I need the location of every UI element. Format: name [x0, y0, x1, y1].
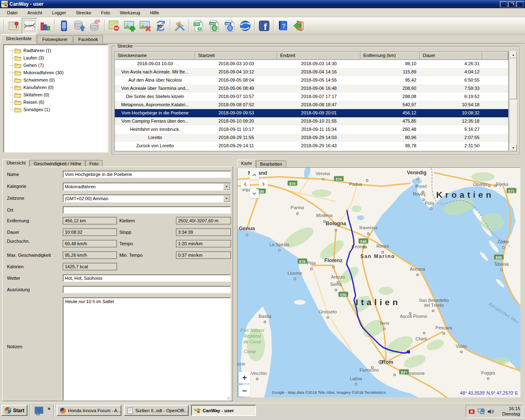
taskbar-task-3[interactable]: CanWay - user — [191, 405, 256, 416]
tree-item-skifahren[interactable]: Skifahren (0) — [7, 91, 107, 98]
scroll-thumb[interactable] — [510, 58, 517, 99]
table-row[interactable]: Auf den Ätna über Nicolosi2018-09-05 08:… — [115, 76, 508, 84]
chevron-down-icon[interactable]: ▼ — [223, 183, 230, 190]
tree-item-reisen[interactable]: Reisen (6) — [7, 98, 107, 106]
tree-item-motorradfahren[interactable]: Motorradfahren (30) — [7, 69, 107, 76]
table-row[interactable]: Von Avola nach Acireale. Mit Be...2018-0… — [115, 68, 508, 76]
ausruestung-field[interactable] — [63, 286, 231, 293]
wetter-field[interactable] — [63, 274, 231, 282]
pan-down-button[interactable] — [250, 189, 259, 198]
network-icon[interactable] — [477, 408, 485, 415]
scroll-track[interactable] — [510, 58, 517, 144]
folder-icon — [14, 92, 21, 98]
volume-icon[interactable] — [487, 408, 494, 415]
taskbar-separator — [30, 405, 31, 418]
kategorie-select[interactable]: Motorradfahren ▼ — [63, 183, 231, 191]
svg-text:del Tronto: del Tronto — [424, 303, 444, 308]
svg-text:Genua: Genua — [239, 226, 256, 231]
chevron-down-icon[interactable]: ▼ — [223, 195, 230, 202]
table-row[interactable]: Vom Hochgebirge in die Poebene2018-09-09… — [115, 109, 508, 117]
quick-launch-overflow[interactable]: » — [48, 406, 50, 411]
pan-right-button[interactable] — [259, 180, 268, 189]
menu-foto[interactable]: Foto — [97, 9, 114, 16]
tree-item-sonstiges[interactable]: Sonstiges (1) — [7, 106, 107, 113]
detail-tab-bar: Übersicht Geschwindigkeit / Höhe Foto — [2, 159, 103, 167]
scroll-up-button[interactable]: ▲ — [510, 51, 517, 58]
taskbar-task-1[interactable]: Honda Innova Forum - A... — [57, 405, 121, 416]
table-scrollbar[interactable]: ▲ ▼ — [509, 51, 517, 151]
tools-icon[interactable] — [172, 18, 187, 34]
photo-remove-icon[interactable] — [137, 18, 153, 34]
menu-datei[interactable]: Datei — [3, 9, 21, 16]
tab-bearbeiten[interactable]: Bearbeiten — [256, 160, 286, 167]
kml-export-icon[interactable]: KML — [222, 18, 237, 34]
table-row[interactable]: Heimfahrt von Innsbruck.2018-09-11 10:17… — [115, 126, 508, 134]
svg-text:E35: E35 — [340, 293, 346, 297]
tab-foto[interactable]: Foto — [85, 160, 103, 167]
tab-facebook[interactable]: Facebook — [73, 35, 103, 43]
table-row[interactable]: Zurück von Loretto2018-09-29 14:112018-0… — [115, 142, 508, 150]
facebook-icon[interactable]: f — [256, 18, 272, 34]
ort-field[interactable] — [63, 206, 231, 214]
menu-werkzeug[interactable]: Werkzeug — [116, 9, 144, 16]
start-button[interactable]: Start — [1, 405, 27, 416]
col-dauer[interactable]: Dauer — [420, 52, 482, 60]
tab-uebersicht[interactable]: Übersicht — [2, 159, 30, 167]
logger-device-icon[interactable] — [56, 18, 72, 34]
tree-item-radfahren[interactable]: Radfahren (1) — [7, 47, 107, 54]
google-earth-icon[interactable] — [237, 18, 253, 34]
table-row[interactable]: Von Acireale über Taormina und...2018-09… — [115, 84, 508, 93]
tab-karte[interactable]: Karte — [237, 160, 256, 167]
col-startzeit[interactable]: Startzeit — [195, 52, 277, 60]
tree-item-gehen[interactable]: Gehen (7) — [7, 62, 107, 69]
pan-up-button[interactable] — [250, 171, 259, 180]
menu-strecke[interactable]: Strecke — [72, 9, 95, 16]
table-row[interactable]: 2018-09-03 10-032018-09-03 10:032018-09-… — [115, 60, 508, 68]
zeitzone-select[interactable]: (GMT+02:00) Amman ▼ — [63, 194, 231, 203]
menu-logger[interactable]: Logger — [48, 9, 70, 16]
table-row[interactable]: Loretto2018-09-29 11:552018-09-29 14:038… — [115, 134, 508, 142]
taskbar-task-2[interactable]: Sizilien II..odt - OpenOffi... — [124, 405, 189, 416]
menu-hilfe[interactable]: Hilfe — [146, 9, 163, 16]
table-row[interactable]: Metaponso, Aspromonte,Kalabri...2018-09-… — [115, 101, 508, 109]
exit-icon[interactable] — [291, 18, 306, 34]
notizen-field[interactable]: Heute nur 10 h im Sattel — [63, 297, 231, 401]
name-field[interactable] — [63, 171, 231, 178]
chart-curves-icon[interactable] — [22, 18, 37, 34]
pan-left-button[interactable] — [241, 180, 250, 189]
show-desktop-button[interactable] — [33, 405, 45, 417]
rotate-90-icon[interactable]: 90° — [153, 18, 169, 34]
help-icon[interactable]: ? — [275, 18, 291, 34]
col-endzeit[interactable]: Endzeit — [277, 52, 361, 60]
map-pin-icon[interactable] — [6, 18, 22, 34]
scroll-down-button[interactable]: ▼ — [510, 144, 517, 151]
wetter-label: Wetter — [7, 276, 20, 281]
minimize-button[interactable] — [500, 1, 507, 7]
tab-geschwindigkeit-hoehe[interactable]: Geschwindigkeit / Höhe — [30, 160, 85, 167]
menu-ansicht[interactable]: Ansicht — [24, 9, 46, 16]
csv-export-icon[interactable]: CSV — [191, 18, 206, 34]
tree-item-schwimmen[interactable]: Schwimmen (0) — [7, 76, 107, 84]
col-streckenname[interactable]: Streckenname — [115, 52, 195, 60]
table-row[interactable]: Die Sohle des Stiefels kitzeln2018-09-07… — [115, 93, 508, 101]
map-zoom-in-button[interactable]: + — [239, 372, 250, 383]
chart-bars-icon[interactable] — [37, 18, 53, 34]
tree-item-kanufahren[interactable]: Kanufahren (0) — [7, 84, 107, 91]
database-import-icon[interactable] — [72, 18, 87, 34]
restore-button[interactable] — [508, 1, 516, 7]
security-alert-icon[interactable] — [468, 408, 475, 415]
gpx-export-icon[interactable]: GPX — [206, 18, 222, 34]
svg-text:E70: E70 — [336, 177, 342, 181]
map-canvas[interactable]: E70E70E35E45E76E35E45E71E65 MailandPavia… — [237, 168, 520, 397]
desktop-icon — [34, 406, 44, 416]
map-zoom-out-button[interactable]: − — [239, 385, 250, 397]
col-entfernung[interactable]: Entfernung (km) — [361, 52, 420, 60]
photo-add-icon[interactable] — [122, 18, 137, 34]
tab-fotoexplorer[interactable]: Fotoexplorer — [37, 35, 73, 43]
close-button[interactable]: × — [516, 1, 524, 7]
tree-item-laufen[interactable]: Laufen (3) — [7, 54, 107, 62]
map-remove-icon[interactable] — [106, 18, 122, 34]
tab-streckenliste[interactable]: Streckenliste — [1, 34, 37, 43]
database-erase-icon[interactable] — [87, 18, 103, 34]
table-row[interactable]: Vom Camping Ferrara über den...2018-09-1… — [115, 117, 508, 126]
